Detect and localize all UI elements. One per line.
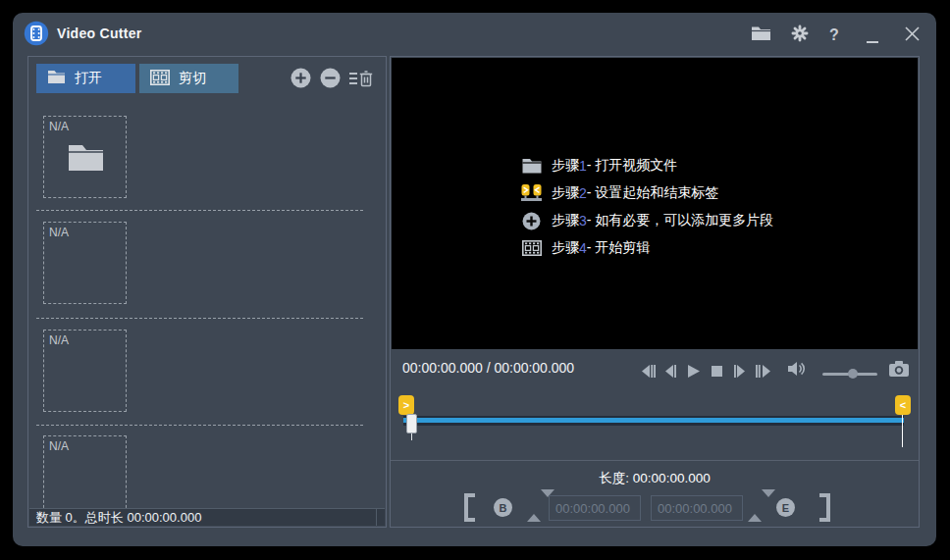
skip-to-start-button[interactable] [642, 364, 656, 382]
step-row-4: 步骤 4 - 开始剪辑 [521, 234, 773, 262]
list-separator [36, 210, 363, 211]
open-file-button[interactable] [748, 24, 773, 47]
begin-end-markers-icon [521, 184, 542, 202]
video-display: 步骤 1 - 打开视频文件 [392, 58, 918, 349]
transport-bar: 00:00:00.000 / 00:00:00.000 [391, 349, 919, 388]
length-row: 长度: 00:00:00.000 [391, 470, 919, 487]
clip-label: N/A [49, 439, 69, 453]
close-bracket-icon [819, 493, 830, 522]
step-number: 2 [579, 185, 587, 201]
stop-button[interactable] [712, 364, 722, 382]
end-marker-flag[interactable]: < [895, 395, 911, 415]
filmstrip-icon [521, 240, 542, 256]
close-button[interactable] [899, 24, 924, 47]
timeline-selection [403, 418, 904, 423]
step-prefix: 步骤 [552, 184, 579, 202]
minus-icon [320, 68, 341, 88]
end-time-stepper[interactable] [748, 497, 763, 519]
set-begin-button[interactable]: B [494, 498, 512, 517]
clip-label: N/A [49, 226, 69, 239]
open-video-button[interactable]: 打开 [36, 64, 135, 93]
previous-frame-button[interactable] [665, 364, 676, 382]
remove-segment-button[interactable] [320, 68, 341, 88]
help-icon: ? [829, 26, 839, 44]
trim-section: 长度: 00:00:00.000 B E [391, 461, 919, 529]
folder-icon [521, 158, 542, 174]
playhead-handle[interactable] [406, 414, 417, 433]
clip-slot-2[interactable]: N/A [43, 222, 127, 304]
length-label: 长度: [599, 471, 629, 485]
help-button[interactable]: ? [821, 24, 847, 47]
open-bracket-icon [464, 493, 475, 522]
list-separator [36, 425, 363, 426]
stepper-up-icon[interactable] [527, 497, 541, 522]
window-title: Video Cutter [57, 25, 142, 41]
next-frame-button[interactable] [734, 364, 745, 382]
step-row-3: 步骤 3 - 如有必要，可以添加更多片段 [521, 207, 773, 234]
folder-icon [47, 70, 66, 87]
timeline-track[interactable] [403, 416, 904, 426]
play-button[interactable] [688, 364, 700, 382]
begin-time-field[interactable] [549, 495, 641, 521]
add-circle-icon [521, 212, 542, 230]
list-separator [36, 318, 363, 319]
filmstrip-icon [150, 70, 170, 88]
clip-slot-1[interactable]: N/A [43, 116, 127, 198]
app-window: Video Cutter [13, 13, 936, 546]
length-value: 00:00:00.000 [633, 471, 711, 485]
volume-thumb[interactable] [848, 369, 858, 379]
clip-slot-3[interactable]: N/A [43, 330, 127, 412]
end-time-field[interactable] [651, 495, 743, 521]
plus-icon [290, 68, 311, 88]
timeline[interactable]: > < [391, 388, 919, 460]
step-text: - 打开视频文件 [587, 157, 678, 175]
titlebar: Video Cutter [13, 13, 936, 56]
end-marker-pole [902, 415, 903, 447]
cut-button-label: 剪切 [179, 70, 206, 87]
app-logo-icon [24, 21, 49, 46]
folder-icon [68, 143, 104, 175]
playback-time: 00:00:00.000 / 00:00:00.000 [402, 360, 574, 376]
minimize-icon [867, 41, 878, 43]
playhead-line [411, 433, 412, 440]
volume-mute-button[interactable] [788, 361, 808, 381]
clip-slot-4[interactable]: N/A [43, 435, 127, 510]
begin-time-stepper[interactable] [527, 497, 542, 519]
step-text: - 开始剪辑 [587, 239, 651, 257]
step-text: - 设置起始和结束标签 [587, 184, 719, 202]
settings-button[interactable] [787, 24, 813, 47]
step-text: - 如有必要，可以添加更多片段 [587, 212, 774, 229]
set-end-button[interactable]: E [776, 498, 795, 517]
step-row-2: 步骤 2 - 设置起始和结束标签 [521, 179, 773, 207]
start-marker-flag[interactable]: > [398, 395, 414, 415]
step-number: 1 [579, 158, 587, 174]
skip-forward-button[interactable] [756, 364, 770, 382]
player-panel: 步骤 1 - 打开视频文件 [390, 56, 920, 528]
status-divider [376, 509, 377, 526]
volume-slider[interactable] [822, 369, 877, 379]
step-number: 3 [579, 213, 587, 229]
clip-list: N/A N/A N/A N/A [29, 97, 385, 510]
minimize-button[interactable] [860, 24, 885, 47]
open-button-label: 打开 [75, 70, 102, 87]
clear-list-button[interactable] [349, 69, 373, 88]
step-row-1: 步骤 1 - 打开视频文件 [521, 152, 773, 179]
clip-label: N/A [49, 120, 69, 133]
step-prefix: 步骤 [552, 239, 579, 257]
clip-list-panel: 打开 剪切 [27, 56, 387, 528]
stepper-up-icon[interactable] [748, 497, 762, 522]
cut-video-button[interactable]: 剪切 [139, 64, 238, 93]
clear-list-icon [349, 69, 373, 88]
close-icon [905, 26, 920, 45]
add-segment-button[interactable] [290, 68, 311, 88]
snapshot-button[interactable] [889, 361, 909, 381]
step-number: 4 [579, 240, 587, 256]
trim-controls: B E [391, 493, 919, 523]
clip-label: N/A [49, 333, 69, 347]
stepper-down-icon[interactable] [762, 489, 775, 514]
status-bar: 数量 0。总时长 00:00:00.000 [29, 508, 385, 526]
step-prefix: 步骤 [552, 157, 579, 175]
gear-icon [790, 24, 810, 47]
step-prefix: 步骤 [552, 212, 579, 229]
folder-icon [751, 25, 771, 45]
